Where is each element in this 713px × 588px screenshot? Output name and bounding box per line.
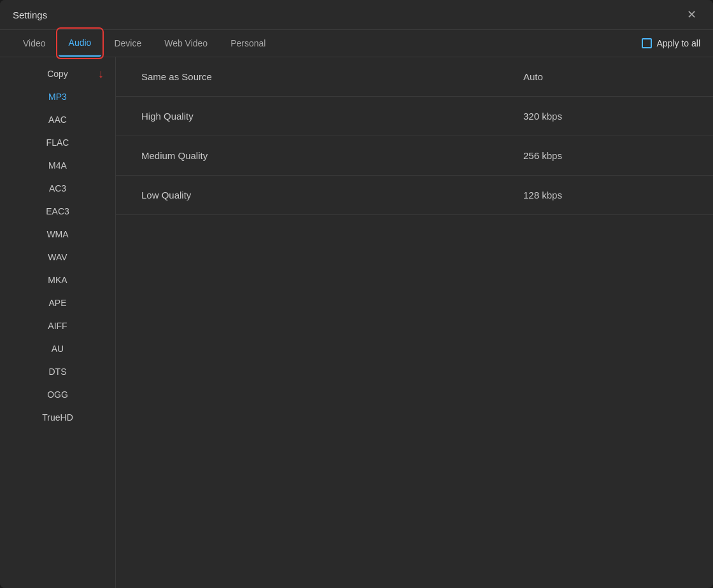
- tabs-container: Video Audio Device Web Video Personal: [13, 30, 276, 57]
- quality-label-low: Low Quality: [141, 190, 269, 200]
- sidebar-item-copy[interactable]: Copy ↓: [0, 62, 115, 85]
- sidebar-item-aiff-label: AIFF: [48, 321, 67, 331]
- sidebar-item-m4a[interactable]: M4A: [0, 154, 115, 177]
- quality-label-high: High Quality: [141, 111, 269, 122]
- sidebar-item-dts[interactable]: DTS: [0, 360, 115, 383]
- quality-label-medium: Medium Quality: [141, 150, 269, 161]
- sidebar-item-dts-label: DTS: [49, 367, 67, 377]
- table-row[interactable]: Same as Source Auto: [116, 57, 713, 97]
- settings-window: Settings ✕ Video Audio Device Web Video …: [0, 0, 713, 588]
- title-bar: Settings ✕: [0, 0, 713, 30]
- tab-bar: Video Audio Device Web Video Personal Ap…: [0, 30, 713, 57]
- sidebar-item-eac3-label: EAC3: [46, 206, 69, 216]
- sidebar-item-m4a-label: M4A: [48, 160, 67, 171]
- sidebar-item-aiff[interactable]: AIFF: [0, 314, 115, 337]
- sidebar-item-ac3-label: AC3: [49, 183, 66, 193]
- sidebar-item-flac[interactable]: FLAC: [0, 131, 115, 154]
- apply-all-container: Apply to all: [642, 38, 700, 48]
- sidebar-item-truehd-label: TrueHD: [42, 412, 73, 423]
- arrow-indicator: ↓: [98, 67, 104, 81]
- sidebar-item-au-label: AU: [52, 344, 64, 354]
- close-button[interactable]: ✕: [683, 8, 700, 22]
- sidebar-item-wav-label: WAV: [48, 252, 67, 262]
- quality-panel: Same as Source Auto High Quality 320 kbp…: [116, 57, 713, 588]
- tab-personal[interactable]: Personal: [220, 31, 276, 56]
- sidebar-item-mp3[interactable]: MP3: [0, 85, 115, 108]
- sidebar-item-mka-label: MKA: [48, 275, 67, 285]
- window-title: Settings: [13, 10, 47, 20]
- sidebar-item-wma-label: WMA: [46, 229, 68, 239]
- sidebar-item-ogg-label: OGG: [47, 389, 68, 400]
- apply-all-checkbox[interactable]: [642, 38, 652, 48]
- sidebar-item-wav[interactable]: WAV: [0, 246, 115, 269]
- sidebar-item-aac[interactable]: AAC: [0, 108, 115, 131]
- quality-value-same-as-source: Auto: [523, 71, 543, 82]
- sidebar-item-copy-label: Copy: [47, 69, 68, 79]
- table-row[interactable]: Low Quality 128 kbps: [116, 176, 713, 215]
- sidebar-item-wma[interactable]: WMA: [0, 223, 115, 246]
- sidebar-item-mp3-label: MP3: [48, 92, 67, 102]
- sidebar-item-au[interactable]: AU: [0, 337, 115, 360]
- quality-value-low: 128 kbps: [523, 190, 562, 200]
- sidebar: Copy ↓ MP3 AAC FLAC M4A AC3 EAC3: [0, 57, 116, 588]
- quality-value-medium: 256 kbps: [523, 150, 562, 161]
- sidebar-item-ogg[interactable]: OGG: [0, 383, 115, 406]
- sidebar-item-mka[interactable]: MKA: [0, 269, 115, 291]
- tab-device[interactable]: Device: [104, 31, 152, 56]
- apply-all-label[interactable]: Apply to all: [657, 38, 700, 48]
- sidebar-item-ac3[interactable]: AC3: [0, 177, 115, 200]
- sidebar-item-flac-label: FLAC: [46, 137, 69, 148]
- table-row[interactable]: Medium Quality 256 kbps: [116, 136, 713, 176]
- sidebar-item-eac3[interactable]: EAC3: [0, 200, 115, 223]
- tab-web-video[interactable]: Web Video: [154, 31, 218, 56]
- sidebar-item-ape-label: APE: [48, 298, 66, 308]
- table-row[interactable]: High Quality 320 kbps: [116, 97, 713, 136]
- quality-value-high: 320 kbps: [523, 111, 562, 122]
- sidebar-item-ape[interactable]: APE: [0, 291, 115, 314]
- sidebar-item-truehd[interactable]: TrueHD: [0, 406, 115, 429]
- tab-video[interactable]: Video: [13, 31, 56, 56]
- sidebar-item-aac-label: AAC: [48, 115, 67, 125]
- tab-audio[interactable]: Audio: [59, 30, 102, 57]
- quality-label-same-as-source: Same as Source: [141, 71, 269, 82]
- main-content-area: Copy ↓ MP3 AAC FLAC M4A AC3 EAC3: [0, 57, 713, 588]
